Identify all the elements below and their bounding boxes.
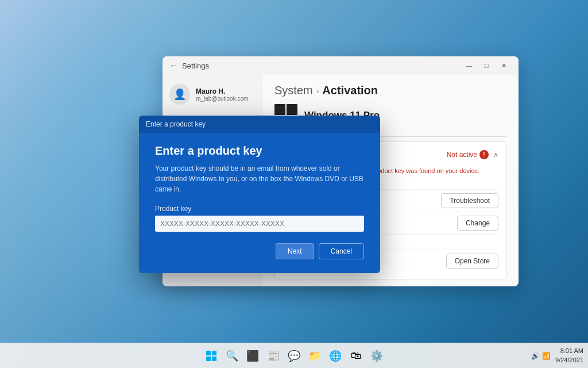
- window-title: Settings: [182, 62, 461, 70]
- product-key-dialog: Enter a product key Enter a product key …: [139, 116, 380, 273]
- change-button[interactable]: Change: [457, 216, 498, 231]
- start-button[interactable]: [202, 347, 220, 365]
- svg-rect-1: [212, 351, 216, 355]
- troubleshoot-button[interactable]: Troubleshoot: [441, 193, 498, 208]
- close-button[interactable]: ✕: [496, 59, 512, 72]
- product-key-input[interactable]: [155, 216, 364, 232]
- svg-rect-2: [206, 356, 211, 361]
- taskview-button[interactable]: ⬛: [243, 347, 262, 365]
- taskbar-date-text: 9/24/2021: [555, 356, 583, 365]
- dialog-buttons: Next Cancel: [155, 243, 364, 259]
- search-taskbar-button[interactable]: 🔍: [223, 347, 241, 365]
- user-info: Mauro H. m_lab@outlook.com: [196, 87, 256, 102]
- maximize-button[interactable]: □: [478, 59, 494, 72]
- taskbar: 🔍 ⬛ 📰 💬 📁 🌐 🛍 ⚙️ 🔊 📶 8:01 AM 9/24/2021: [0, 343, 588, 368]
- dialog-titlebar: Enter a product key: [139, 116, 380, 133]
- open-store-button[interactable]: Open Store: [446, 254, 498, 269]
- widgets-button[interactable]: 📰: [264, 347, 283, 365]
- taskbar-clock[interactable]: 8:01 AM 9/24/2021: [555, 347, 583, 365]
- dialog-description: Your product key should be in an email f…: [155, 163, 364, 194]
- window-controls: — □ ✕: [461, 59, 512, 72]
- svg-rect-0: [206, 351, 211, 355]
- user-name: Mauro H.: [196, 87, 256, 95]
- chevron-up-icon: ∧: [493, 151, 498, 159]
- breadcrumb-system: System: [274, 84, 313, 97]
- taskbar-time-text: 8:01 AM: [555, 347, 583, 355]
- settings-taskbar-button[interactable]: ⚙️: [368, 347, 386, 365]
- dialog-titlebar-text: Enter a product key: [146, 120, 206, 128]
- activation-status: Not active !: [447, 150, 489, 159]
- taskbar-center: 🔍 ⬛ 📰 💬 📁 🌐 🛍 ⚙️: [202, 347, 386, 365]
- dialog-heading: Enter a product key: [155, 144, 364, 158]
- user-section[interactable]: 👤 Mauro H. m_lab@outlook.com: [163, 79, 263, 112]
- network-tray-icon: 🔊: [531, 352, 540, 360]
- error-icon: !: [479, 150, 489, 159]
- taskbar-right: 🔊 📶 8:01 AM 9/24/2021: [531, 347, 583, 365]
- minimize-button[interactable]: —: [461, 59, 477, 72]
- cancel-button[interactable]: Cancel: [319, 243, 364, 259]
- user-email: m_lab@outlook.com: [196, 95, 256, 102]
- edge-button[interactable]: 🌐: [326, 347, 345, 365]
- back-button[interactable]: ←: [169, 61, 177, 70]
- logo-square-tr: [287, 104, 297, 115]
- window-titlebar: ← Settings — □ ✕: [163, 56, 519, 75]
- activation-status-text: Not active: [447, 151, 477, 159]
- breadcrumb-activation: Activation: [322, 84, 378, 97]
- chat-button[interactable]: 💬: [285, 347, 303, 365]
- next-button[interactable]: Next: [276, 243, 314, 259]
- explorer-button[interactable]: 📁: [305, 347, 324, 365]
- breadcrumb: System › Activation: [274, 84, 507, 97]
- system-tray: 🔊 📶: [531, 352, 551, 360]
- store-button[interactable]: 🛍: [347, 347, 365, 365]
- breadcrumb-arrow: ›: [316, 86, 319, 95]
- avatar: 👤: [169, 84, 190, 105]
- volume-tray-icon: 📶: [542, 352, 551, 360]
- logo-square-tl: [274, 104, 285, 115]
- svg-rect-3: [212, 356, 216, 361]
- product-key-label: Product key: [155, 205, 364, 213]
